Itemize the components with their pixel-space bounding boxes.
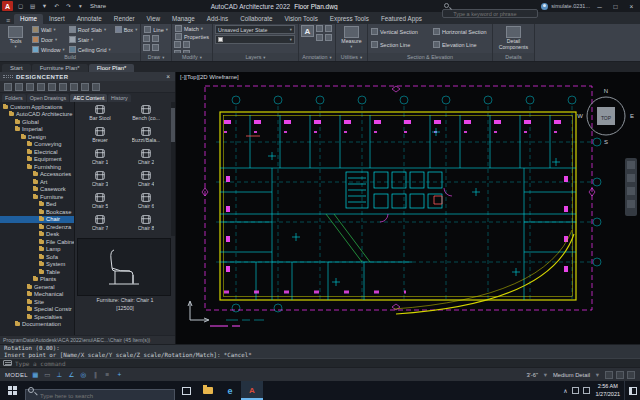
ribbon-tab[interactable]: Vision Tools xyxy=(278,14,323,24)
new-file-icon[interactable]: ▢ xyxy=(16,2,25,11)
tree-item[interactable]: Art xyxy=(0,178,74,186)
zoom-icon[interactable] xyxy=(627,187,635,195)
forward-icon[interactable] xyxy=(26,83,34,91)
menu-icon[interactable]: ≡ xyxy=(2,17,14,24)
command-input[interactable] xyxy=(15,360,637,367)
measure-button[interactable]: Measure▾ xyxy=(338,25,365,54)
ribbon-tab[interactable]: Collaborate xyxy=(234,14,278,24)
content-item[interactable]: Chair 1 xyxy=(77,148,123,170)
cut-plane-value[interactable]: 3'-6" xyxy=(526,372,538,378)
rectangle-icon[interactable] xyxy=(152,44,159,51)
network-icon[interactable] xyxy=(572,387,579,394)
action-center-button[interactable] xyxy=(624,381,640,400)
save-icon[interactable]: ▼ xyxy=(40,2,49,11)
tree-item[interactable]: Special Constr xyxy=(0,306,74,314)
tag-icon[interactable] xyxy=(325,34,332,41)
tree-item[interactable]: Equipment xyxy=(0,156,74,164)
grid-display-icon[interactable]: ▦ xyxy=(31,371,40,379)
detail-components-button[interactable]: Detail Components xyxy=(495,25,532,54)
content-item[interactable]: Buzzi/Bala... xyxy=(123,126,169,148)
tree-item[interactable]: Electrical xyxy=(0,148,74,156)
panel-title-layers[interactable]: Layers▾ xyxy=(213,53,298,61)
floor-plan-canvas[interactable]: TOP N W E S xyxy=(176,72,640,344)
tree-item[interactable]: Furniture xyxy=(0,193,74,201)
customize-icon[interactable] xyxy=(627,371,635,379)
object-snap-icon[interactable]: ◎ xyxy=(79,371,88,379)
dimension-icon[interactable] xyxy=(316,25,323,32)
tree-item[interactable]: Conveying xyxy=(0,141,74,149)
help-search-input[interactable] xyxy=(442,9,538,18)
scrollbar-thumb[interactable] xyxy=(171,108,175,142)
up-icon[interactable] xyxy=(37,83,45,91)
section-tool-button[interactable]: Horizontal Section xyxy=(432,27,490,36)
copy-icon[interactable] xyxy=(183,41,190,48)
tree-item[interactable]: Imperial xyxy=(0,126,74,134)
undo-icon[interactable]: ↶ xyxy=(52,2,61,11)
views-icon[interactable] xyxy=(92,83,100,91)
share-button[interactable]: Share xyxy=(90,3,106,9)
current-layer-dropdown[interactable]: ▾ xyxy=(215,35,295,44)
move-icon[interactable] xyxy=(174,41,181,48)
drawing-canvas[interactable]: [-][Top][2D Wireframe] xyxy=(176,72,640,344)
table-icon[interactable] xyxy=(316,34,323,41)
content-item[interactable]: Chair 3 xyxy=(77,170,123,192)
workspace-gear-icon[interactable] xyxy=(616,371,624,379)
ribbon-tab[interactable]: Home xyxy=(14,14,43,24)
back-icon[interactable] xyxy=(15,83,23,91)
tree-item[interactable]: Mechanical xyxy=(0,291,74,299)
navigation-bar[interactable] xyxy=(625,158,637,216)
command-input-row[interactable] xyxy=(0,358,640,367)
designcenter-tab[interactable]: Open Drawings xyxy=(27,94,70,102)
snap-mode-icon[interactable]: ▭ xyxy=(43,371,52,379)
tree-item[interactable]: Chair xyxy=(0,216,74,224)
leader-icon[interactable] xyxy=(325,25,332,32)
compass-west[interactable]: W xyxy=(577,113,583,119)
section-tool-button[interactable]: Elevation Line xyxy=(432,40,490,49)
user-avatar[interactable] xyxy=(541,3,548,10)
viewport-controls[interactable]: [-][Top][2D Wireframe] xyxy=(180,74,239,80)
signed-in-user[interactable]: simulate.0231... xyxy=(551,3,590,9)
panel-title-utilities[interactable]: Utilities▾ xyxy=(336,53,367,61)
content-item[interactable]: Breuer xyxy=(77,126,123,148)
command-window[interactable]: Rotation (0.00): Insert point or [Name/X… xyxy=(0,344,640,367)
tree-item[interactable]: Bed xyxy=(0,201,74,209)
door-button[interactable]: Door▾ xyxy=(31,35,66,44)
content-scrollbar[interactable] xyxy=(171,102,175,236)
designcenter-tab[interactable]: AEC Content xyxy=(70,94,107,102)
tools-button[interactable]: Tools▾ xyxy=(2,25,29,54)
tree-item[interactable]: System xyxy=(0,261,74,269)
quick-access-dropdown-icon[interactable]: ▾ xyxy=(76,2,85,11)
file-explorer-button[interactable] xyxy=(197,381,219,400)
minimize-button[interactable]: ─ xyxy=(593,0,606,12)
object-snap-tracking-icon[interactable]: ∥ xyxy=(91,371,100,379)
box-button[interactable]: Box▾ xyxy=(114,25,139,34)
taskbar-search[interactable] xyxy=(25,384,175,398)
pan-icon[interactable] xyxy=(627,174,635,182)
content-item[interactable]: Chair 5 xyxy=(77,192,123,214)
load-icon[interactable] xyxy=(4,83,12,91)
panel-title-build[interactable]: Build xyxy=(0,53,140,61)
line-button[interactable]: Line▾ xyxy=(143,25,169,34)
content-item[interactable]: Chair 7 xyxy=(77,214,123,236)
tree-item[interactable]: Custom Applications xyxy=(0,103,74,111)
redo-icon[interactable]: ↷ xyxy=(64,2,73,11)
ribbon-tab[interactable]: Render xyxy=(108,14,141,24)
tree-item[interactable]: Accessories xyxy=(0,171,74,179)
palette-grip[interactable] xyxy=(3,75,13,78)
ribbon-tab[interactable]: Featured Apps xyxy=(375,14,428,24)
panel-title-modify[interactable]: Modify▾ xyxy=(172,53,212,61)
display-configuration-dropdown-icon[interactable]: ▾ xyxy=(593,371,602,379)
open-file-icon[interactable]: ▤ xyxy=(28,2,37,11)
model-space-button[interactable]: MODEL xyxy=(5,372,28,378)
content-item[interactable]: Chair 8 xyxy=(123,214,169,236)
ribbon-tab[interactable]: Express Tools xyxy=(324,14,375,24)
ribbon-tab[interactable]: View xyxy=(141,14,167,24)
dynamic-input-icon[interactable]: + xyxy=(115,371,124,378)
designcenter-close-icon[interactable]: × xyxy=(164,73,172,80)
ortho-mode-icon[interactable]: ⊥ xyxy=(55,371,64,379)
section-tool-button[interactable]: Section Line xyxy=(370,40,432,49)
tree-item[interactable]: Sofa xyxy=(0,253,74,261)
tree-item[interactable]: Plants xyxy=(0,276,74,284)
tree-item[interactable]: Table xyxy=(0,268,74,276)
home-icon[interactable] xyxy=(59,83,67,91)
